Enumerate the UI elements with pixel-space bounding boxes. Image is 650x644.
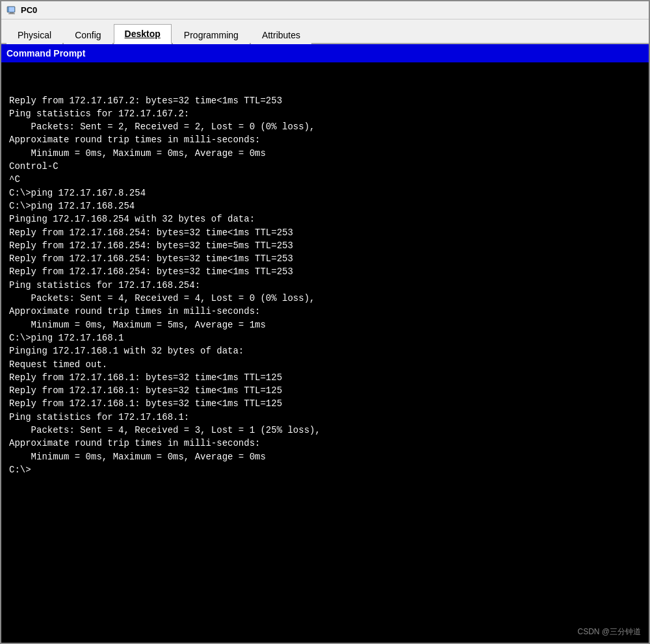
- watermark: CSDN @三分钟道: [577, 626, 641, 638]
- main-window: PC0 Physical Config Desktop Programming …: [0, 0, 650, 644]
- svg-rect-2: [10, 12, 14, 14]
- content-area: Command Prompt Reply from 172.17.167.2: …: [1, 44, 649, 643]
- terminal-output[interactable]: Reply from 172.17.167.2: bytes=32 time<1…: [1, 62, 649, 643]
- terminal-line: Approximate round trip times in milli-se…: [9, 133, 641, 146]
- terminal-line: C:\>: [9, 463, 641, 476]
- terminal-line: C:\>ping 172.17.167.8.254: [9, 187, 641, 200]
- terminal-line: Reply from 172.17.167.2: bytes=32 time<1…: [9, 94, 641, 107]
- terminal-line: Reply from 172.17.168.254: bytes=32 time…: [9, 239, 641, 252]
- terminal-line: Reply from 172.17.168.1: bytes=32 time<1…: [9, 371, 641, 384]
- terminal-line: C:\>ping 172.17.168.1: [9, 331, 641, 344]
- app-icon: [6, 5, 17, 16]
- tab-bar: Physical Config Desktop Programming Attr…: [1, 19, 649, 44]
- terminal-line: Reply from 172.17.168.1: bytes=32 time<1…: [9, 397, 641, 410]
- terminal-line: Reply from 172.17.168.254: bytes=32 time…: [9, 252, 641, 265]
- terminal-line: Ping statistics for 172.17.168.254:: [9, 279, 641, 292]
- terminal-line: Minimum = 0ms, Maximum = 5ms, Average = …: [9, 318, 641, 331]
- tab-config[interactable]: Config: [64, 25, 112, 44]
- terminal-line: Approximate round trip times in milli-se…: [9, 437, 641, 450]
- terminal-line: Packets: Sent = 4, Received = 3, Lost = …: [9, 424, 641, 437]
- tab-attributes[interactable]: Attributes: [251, 25, 311, 44]
- terminal-line: Ping statistics for 172.17.167.2:: [9, 107, 641, 120]
- title-bar: PC0: [1, 1, 649, 19]
- tab-physical[interactable]: Physical: [6, 25, 62, 44]
- terminal-line: Reply from 172.17.168.1: bytes=32 time<1…: [9, 384, 641, 397]
- command-prompt-title-bar: Command Prompt: [1, 44, 649, 62]
- terminal-line: ^C: [9, 173, 641, 186]
- terminal-line: Control-C: [9, 160, 641, 173]
- terminal-line: Reply from 172.17.168.254: bytes=32 time…: [9, 265, 641, 278]
- terminal-line: Packets: Sent = 2, Received = 2, Lost = …: [9, 120, 641, 133]
- tab-desktop[interactable]: Desktop: [114, 24, 172, 44]
- terminal-line: Packets: Sent = 4, Received = 4, Lost = …: [9, 292, 641, 305]
- terminal-line: Pinging 172.17.168.1 with 32 bytes of da…: [9, 344, 641, 357]
- terminal-line: Reply from 172.17.168.254: bytes=32 time…: [9, 226, 641, 239]
- terminal-line: Pinging 172.17.168.254 with 32 bytes of …: [9, 213, 641, 225]
- title-bar-text: PC0: [21, 5, 37, 15]
- terminal-line: C:\>ping 172.17.168.254: [9, 200, 641, 213]
- svg-rect-3: [8, 13, 15, 14]
- terminal-line: Ping statistics for 172.17.168.1:: [9, 411, 641, 424]
- svg-rect-1: [9, 7, 14, 12]
- terminal-line: Minimum = 0ms, Maximum = 0ms, Average = …: [9, 450, 641, 463]
- terminal-line: Approximate round trip times in milli-se…: [9, 305, 641, 318]
- terminal-line: Request timed out.: [9, 358, 641, 371]
- terminal-line: Minimum = 0ms, Maximum = 0ms, Average = …: [9, 147, 641, 160]
- tab-programming[interactable]: Programming: [173, 25, 250, 44]
